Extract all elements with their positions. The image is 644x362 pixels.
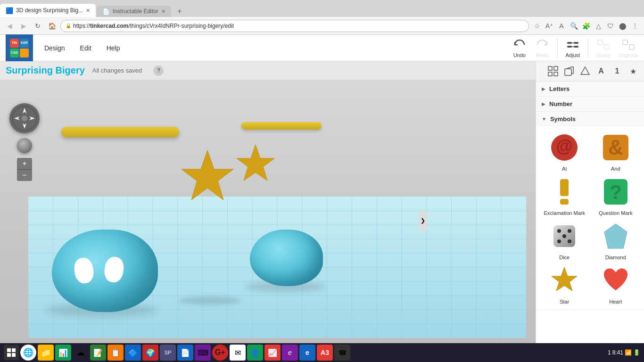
taskbar-gplus[interactable]: G+ — [212, 345, 228, 361]
tab-active[interactable]: 🟦 3D design Surprising Big... ✕ — [0, 4, 96, 17]
sidebar-text-icon[interactable]: A — [594, 64, 608, 78]
zoom-icon[interactable]: A — [556, 21, 567, 31]
menu-design[interactable]: Design — [37, 35, 73, 61]
shape-diamond[interactable]: Diamond — [592, 220, 640, 260]
taskbar-app5[interactable]: e — [282, 345, 298, 361]
taskbar-sheets[interactable]: 📊 — [55, 345, 71, 361]
number-name: Number — [549, 100, 572, 107]
shape-and[interactable]: & And — [592, 131, 640, 172]
menu-edit[interactable]: Edit — [73, 35, 99, 61]
svg-point-47 — [22, 115, 27, 121]
sidebar-star-icon[interactable]: ★ — [626, 64, 640, 78]
taskbar-analytics[interactable]: 📈 — [264, 345, 281, 361]
profile-icon[interactable]: A⁺ — [544, 21, 554, 31]
sidebar-shape-icon[interactable] — [578, 64, 592, 78]
zoom-in-button[interactable]: + — [17, 158, 32, 169]
toolbar-actions: Undo Redo Adjust Group — [512, 38, 638, 58]
menu-items: Design Edit Help — [37, 35, 128, 61]
taskbar-app3[interactable]: 🔷 — [125, 345, 141, 361]
canvas-area: Surprising Bigery All changes saved ? — [0, 61, 536, 362]
taskbar-app2[interactable]: 📋 — [107, 345, 124, 361]
at-label: At — [562, 166, 567, 172]
taskbar-drive[interactable]: ☁ — [73, 345, 89, 361]
diamond-preview — [599, 220, 632, 253]
svg-point-63 — [557, 229, 561, 233]
app-container: TIN KER CAD Design Edit Help Undo — [0, 35, 644, 362]
taskbar-indicator: 1 — [608, 349, 611, 356]
sidebar-box-icon[interactable] — [562, 64, 576, 78]
taskbar-gmail[interactable]: ✉ — [230, 345, 246, 361]
toolbar-sep-2 — [588, 39, 588, 58]
sidebar-number-icon[interactable]: 1 — [610, 64, 624, 78]
shape-star[interactable]: Star — [541, 264, 588, 304]
sidebar-grid-icon[interactable] — [546, 64, 560, 78]
tab-close-btn[interactable]: ✕ — [86, 8, 90, 14]
group-label: Group — [596, 52, 611, 58]
taskbar-phone[interactable]: ☎ — [334, 345, 350, 361]
and-preview: & — [599, 131, 632, 164]
reload-button[interactable]: ↻ — [32, 20, 43, 32]
menu-help[interactable]: Help — [99, 35, 128, 61]
category-symbols-header[interactable]: ▼ Symbols — [536, 112, 644, 126]
svg-point-64 — [568, 229, 571, 233]
view-compass[interactable] — [9, 103, 40, 133]
group-action[interactable]: Group — [596, 38, 611, 58]
taskbar-edge[interactable]: e — [299, 345, 315, 361]
taskbar-app1[interactable]: 📝 — [90, 345, 106, 361]
dice-label: Dice — [559, 255, 570, 260]
category-letters: ▶ Letters — [536, 82, 644, 97]
zoom-out-button[interactable]: − — [17, 170, 32, 181]
adjust-icon — [565, 38, 580, 51]
chrome-icon[interactable]: ⬤ — [618, 21, 628, 31]
taskbar-contacts[interactable]: 👤 — [247, 345, 263, 361]
adjust-action[interactable]: Adjust — [565, 38, 580, 58]
category-number-header[interactable]: ▶ Number — [536, 97, 644, 111]
view-sphere[interactable] — [17, 138, 32, 153]
menu-icon[interactable]: ⋮ — [630, 21, 640, 31]
tab-inactive[interactable]: 📄 Instructable Editor ✕ — [97, 6, 171, 17]
search-icon[interactable]: 🔍 — [569, 21, 579, 31]
forward-button[interactable]: ▶ — [18, 20, 29, 32]
taskbar-docs[interactable]: 📄 — [177, 345, 193, 361]
bookmark-icon[interactable]: ☆ — [532, 21, 542, 31]
shape-dice[interactable]: Dice — [541, 220, 588, 260]
start-button[interactable] — [4, 345, 19, 360]
taskbar-spark[interactable]: SP — [160, 345, 176, 361]
dice-preview — [548, 220, 581, 253]
taskbar-artrage[interactable]: A3 — [317, 345, 333, 361]
help-button[interactable]: ? — [153, 66, 164, 76]
svg-marker-53 — [581, 67, 589, 74]
blob-eye-left — [73, 256, 95, 284]
viewport[interactable]: + − ❯ Edit grid Snap grid 0.1 0.5 — [0, 80, 536, 362]
redo-action[interactable]: Redo — [535, 38, 550, 58]
address-bar[interactable]: 🔒 https://tinkercad.com/things/cVrx4IdNR… — [60, 20, 529, 32]
shape-question[interactable]: ? Question Mark — [592, 175, 640, 216]
shape-at[interactable]: @ At — [541, 131, 588, 172]
undo-action[interactable]: Undo — [512, 38, 527, 58]
tinkercad-logo: TIN KER CAD — [6, 34, 33, 62]
taskbar-files[interactable]: 📁 — [38, 345, 54, 361]
star1-shadow — [179, 296, 240, 305]
drive-icon[interactable]: △ — [593, 21, 603, 31]
question-label: Question Mark — [599, 210, 633, 216]
new-tab-button[interactable]: + — [173, 6, 186, 17]
ungroup-action[interactable]: Ungroup — [619, 38, 638, 58]
sidebar-collapse-arrow[interactable]: ❯ — [419, 211, 427, 230]
taskbar-chrome[interactable]: 🌐 — [20, 345, 36, 361]
project-title[interactable]: Surprising Bigery — [6, 65, 85, 76]
taskbar-app4[interactable]: 🌍 — [142, 345, 158, 361]
question-preview: ? — [599, 175, 632, 208]
home-button[interactable]: 🏠 — [46, 20, 58, 32]
category-letters-header[interactable]: ▶ Letters — [536, 82, 644, 96]
svg-rect-71 — [12, 348, 16, 352]
tab2-close-btn[interactable]: ✕ — [161, 8, 165, 15]
back-button[interactable]: ◀ — [4, 20, 15, 32]
vpn-icon[interactable]: 🛡 — [605, 21, 616, 31]
exclamation-preview — [548, 175, 581, 208]
taskbar-code[interactable]: ⌨ — [195, 345, 211, 361]
shape-exclamation[interactable]: Exclamation Mark — [541, 175, 588, 216]
letters-name: Letters — [549, 85, 570, 92]
extensions-icon[interactable]: 🧩 — [581, 21, 591, 31]
taskbar-clock: 8:41 — [612, 349, 623, 356]
shape-heart[interactable]: Heart — [592, 264, 640, 304]
